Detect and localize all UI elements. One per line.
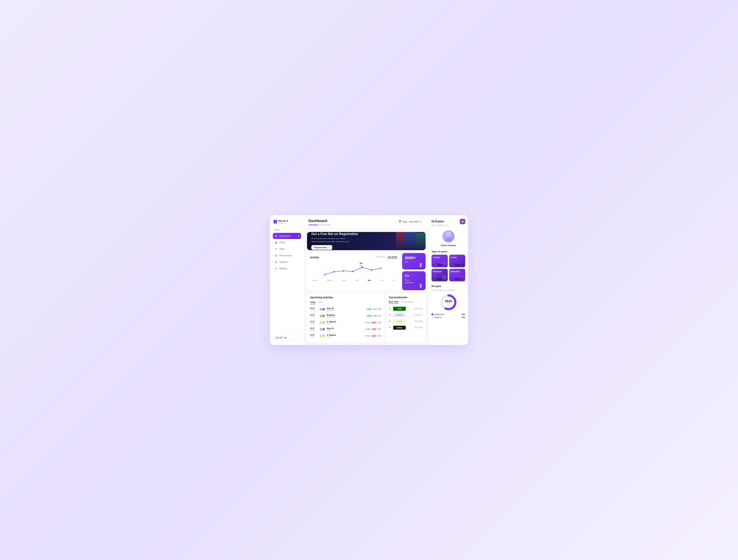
stat-card-bets: 3000+ Bets ▐▌: [402, 253, 426, 269]
sidebar-item-pick-archive[interactable]: ▤ Pick archive: [273, 252, 301, 258]
nav-label-dashboard: Dashboard: [279, 235, 291, 237]
register-button[interactable]: Register Now →: [311, 245, 332, 250]
match-odds: + 4.12 -2.54 1.32: [365, 321, 381, 324]
right-panel: Hi Esther 🔔 Level · Platinum 🌟 Esther: [428, 215, 468, 345]
odd-val-1: 2.54: [373, 308, 377, 310]
team-name: A. Madrid: [327, 321, 336, 323]
tab-early[interactable]: Early: [318, 301, 323, 304]
sidebar-item-dashboard[interactable]: ⊞ Dashboard: [273, 233, 301, 239]
team-logo-2: 🟡: [322, 334, 325, 338]
bookmarks-card: Top bookmarks Best odds Small markets 01…: [386, 293, 426, 342]
tab-small-markets[interactable]: Small markets: [401, 301, 413, 304]
team-name: Brighton: [327, 314, 335, 316]
odd-val-1: 2.54: [373, 315, 377, 317]
team-name: Real. B: [327, 327, 334, 329]
menu-label: Menu: [273, 229, 301, 231]
match-row: 18:00 2 June 🟠 🔴 Brighton Man United +3.…: [310, 313, 381, 319]
bet-types-title: Bet types: [431, 285, 465, 287]
team-logo-2: 🔵: [322, 307, 325, 311]
bookmark-row: 03 ⭐⭐⭐ 1229 picks: [389, 318, 423, 325]
odd-val-1: 1.32: [377, 321, 381, 323]
user-level: Level · Platinum 🌟: [431, 224, 465, 226]
bookie-logo-betway: Betway: [393, 326, 406, 330]
svg-point-6: [343, 270, 344, 271]
sport-card-volleyball[interactable]: Volleyball 7% 🏐: [431, 269, 448, 281]
svg-point-16: [447, 233, 448, 234]
sidebar-item-yield[interactable]: ✗ Yield: [273, 246, 301, 252]
setting-icon: ⚙: [275, 267, 278, 270]
team-vs: Barcelona: [327, 309, 334, 311]
match-odds: +5.61 2.54 1.26: [366, 308, 381, 311]
logout-button[interactable]: Log Out ⏏: [273, 334, 301, 341]
stat-card-years: 7+ Yearsexperience ▐▌: [402, 271, 426, 290]
bookmark-rank: 03: [389, 320, 392, 322]
date-range-selector[interactable]: 📅 May - June 2022 ▾: [396, 219, 424, 225]
svg-point-5: [334, 271, 335, 272]
page-date: Saturday, 2 June 2022: [309, 224, 331, 226]
logo: Bet for it by Reno: [273, 220, 301, 224]
nav-label-yield: Yield: [279, 248, 284, 250]
logout-icon: ⏏: [284, 336, 286, 339]
chart-month-feb: February: [327, 279, 333, 281]
chart-area: 10+ wins January February March April Ma…: [310, 261, 397, 281]
chart-tabs: Profile chart Last month: [376, 256, 397, 259]
nav-label-tipsters: Tipsters: [279, 261, 288, 263]
match-row: 16:00 3 June ⭐ 🟡 A. Madrid Roma + 4.12 -…: [310, 319, 381, 326]
sport-card-football[interactable]: Football 60% ⚽: [431, 255, 448, 267]
nav-items: ⊞ Dashboard ▦ Profit ✗ Yield ▤ Pick arch…: [273, 233, 301, 334]
sidebar-item-setting[interactable]: ⚙ Setting: [273, 265, 301, 271]
volleyball-icon: 🏐: [442, 276, 447, 281]
stat-bets-label: Bets: [405, 261, 423, 263]
sport-card-basketball[interactable]: Basketball 3% 🏀: [449, 269, 465, 281]
match-date: 3 June: [310, 323, 318, 324]
activity-title: Activity: [310, 256, 319, 259]
sport-card-cricket[interactable]: Cricket 30% 🏏: [449, 255, 465, 267]
main-header: Dashboard Saturday, 2 June 2022 📅 May - …: [304, 215, 428, 229]
match-time: 16:00: [310, 327, 318, 329]
bet-legend: Settled Bets 82% Ongoing 18%: [431, 313, 465, 318]
donut-chart: 2916 Total: [431, 293, 465, 311]
date-prefix: Saturday,: [309, 224, 319, 226]
match-row: 16:00 4 June ⚽ 🔵 Real. B Spain + 5.32 -1…: [310, 326, 381, 333]
svg-point-17: [449, 233, 449, 234]
match-odds: +3.61 2.54 1.12: [366, 314, 381, 317]
tab-best-odds[interactable]: Best odds: [389, 301, 398, 304]
pick-archive-icon: ▤: [275, 254, 278, 257]
match-badge-green: +5.61: [366, 308, 372, 311]
user-name: Esther Howard: [441, 244, 456, 247]
match-row: 16:00 2 June ⚽ 🔵 Real. M Barcelona +5.61…: [310, 306, 381, 313]
bookmark-picks: 1410 picks: [414, 327, 423, 329]
bookie-logo-star: ⭐⭐⭐: [393, 319, 406, 323]
donut-total: 2916: [445, 299, 452, 303]
cricket-icon: 🏏: [459, 262, 464, 267]
match-date: 3 June: [310, 336, 318, 338]
tab-today[interactable]: Today: [310, 301, 316, 304]
platinum-icon: 🌟: [445, 224, 447, 226]
settled-pct: 82%: [462, 313, 465, 315]
svg-point-4: [324, 274, 325, 275]
bookmark-rank: 04: [389, 327, 392, 329]
svg-point-10: [380, 267, 382, 269]
sidebar-item-profit[interactable]: ▦ Profit: [273, 239, 301, 246]
ongoing-label: Ongoing: [434, 316, 441, 318]
calendar-icon: 📅: [398, 220, 401, 223]
bookmark-picks: 1229 picks: [414, 320, 423, 322]
matches-tabs: Today Early: [310, 301, 381, 304]
promo-desc: One Free Bet per customer, per match. Re…: [311, 237, 421, 243]
tab-profile-chart[interactable]: Profile chart: [376, 256, 385, 259]
team-vs: Roma: [327, 336, 336, 338]
team-logo-2: 🟡: [322, 321, 325, 324]
match-badge-red: -2.54: [370, 334, 377, 337]
sidebar-item-tipsters[interactable]: ▤ Tipsters: [273, 259, 301, 265]
bookmarks-title: Top bookmarks: [389, 296, 423, 299]
chart-month-mar: March: [342, 279, 346, 281]
tab-last-month[interactable]: Last month: [387, 256, 397, 259]
bottom-row: Upcoming matches Today Early 16:00 2 Jun…: [304, 293, 428, 345]
sidebar: Bet for it by Reno Menu ⊞ Dashboard ▦ Pr…: [270, 215, 304, 345]
match-date: 4 June: [310, 329, 318, 331]
bet-types-desc: Percent comparison of bet types: [431, 289, 465, 291]
chart-month-apr: April: [355, 279, 359, 281]
svg-text:wins: wins: [360, 264, 363, 266]
notification-button[interactable]: 🔔: [460, 219, 465, 224]
sport-name-volleyball: Volleyball: [433, 271, 446, 273]
